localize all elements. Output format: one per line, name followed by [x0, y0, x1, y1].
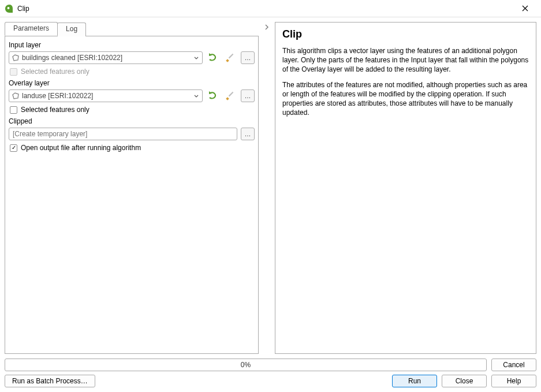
overlay-layer-combo[interactable]: landuse [ESRI:102022]	[9, 89, 203, 102]
panel-expander[interactable]	[263, 22, 270, 354]
advanced-options-icon[interactable]	[223, 89, 237, 102]
iterate-icon[interactable]	[206, 89, 220, 102]
content-area: Parameters Log Input layer buildings cle…	[0, 17, 541, 359]
help-button[interactable]: Help	[491, 375, 536, 387]
svg-rect-1	[226, 59, 229, 62]
clipped-output-input[interactable]	[9, 128, 237, 140]
app-icon	[5, 4, 14, 13]
input-layer-row: buildings cleaned [ESRI:102022] …	[9, 51, 255, 64]
input-layer-combo[interactable]: buildings cleaned [ESRI:102022]	[9, 51, 203, 64]
left-panel: Parameters Log Input layer buildings cle…	[5, 22, 259, 354]
help-panel: Clip This algorithm clips a vector layer…	[275, 22, 536, 354]
svg-point-0	[8, 7, 10, 9]
advanced-options-icon[interactable]	[223, 51, 237, 64]
clipped-label: Clipped	[9, 117, 255, 125]
polygon-layer-icon	[12, 54, 20, 62]
input-selected-label: Selected features only	[21, 68, 89, 76]
svg-rect-2	[229, 54, 234, 59]
help-paragraph-1: This algorithm clips a vector layer usin…	[282, 46, 529, 74]
chevron-down-icon	[194, 54, 200, 62]
input-selected-row: Selected features only	[10, 68, 255, 76]
input-layer-browse-button[interactable]: …	[241, 51, 255, 64]
titlebar: Clip	[0, 0, 541, 17]
run-batch-button[interactable]: Run as Batch Process…	[5, 375, 95, 387]
progress-text: 0%	[241, 361, 251, 369]
clipped-browse-button[interactable]: …	[241, 128, 255, 140]
overlay-layer-label: Overlay layer	[9, 79, 255, 87]
help-title: Clip	[282, 28, 529, 40]
open-output-row: Open output file after running algorithm	[10, 144, 255, 152]
input-layer-value: buildings cleaned [ESRI:102022]	[22, 54, 194, 62]
input-layer-label: Input layer	[9, 41, 255, 49]
close-icon[interactable]	[513, 1, 536, 17]
button-row: Run as Batch Process… Run Close Help	[5, 375, 536, 387]
svg-rect-4	[229, 92, 234, 97]
chevron-down-icon	[194, 92, 200, 100]
progress-row: 0% Cancel	[5, 359, 536, 371]
window-title: Clip	[17, 5, 513, 13]
overlay-selected-label: Selected features only	[21, 106, 89, 114]
input-selected-checkbox	[10, 68, 17, 76]
help-paragraph-2: The attributes of the features are not m…	[282, 80, 529, 118]
svg-rect-3	[226, 97, 229, 100]
close-button[interactable]: Close	[442, 375, 487, 387]
open-output-checkbox[interactable]	[10, 144, 17, 152]
overlay-layer-browse-button[interactable]: …	[241, 89, 255, 102]
cancel-button[interactable]: Cancel	[491, 359, 536, 371]
tabbar: Parameters Log	[5, 22, 259, 36]
overlay-layer-value: landuse [ESRI:102022]	[22, 92, 194, 100]
run-button[interactable]: Run	[392, 375, 437, 387]
open-output-label: Open output file after running algorithm	[21, 144, 141, 152]
overlay-layer-row: landuse [ESRI:102022] …	[9, 89, 255, 102]
parameters-pane: Input layer buildings cleaned [ESRI:1020…	[5, 36, 259, 354]
clipped-row: …	[9, 128, 255, 140]
polygon-layer-icon	[12, 92, 20, 100]
right-buttons: Run Close Help	[392, 375, 536, 387]
progress-bar: 0%	[5, 359, 487, 371]
bottom-bar: 0% Cancel Run as Batch Process… Run Clos…	[0, 359, 541, 392]
tab-log[interactable]: Log	[57, 23, 86, 36]
tab-parameters[interactable]: Parameters	[5, 22, 58, 36]
overlay-selected-row: Selected features only	[10, 106, 255, 114]
overlay-selected-checkbox[interactable]	[10, 106, 17, 114]
iterate-icon[interactable]	[206, 51, 220, 64]
